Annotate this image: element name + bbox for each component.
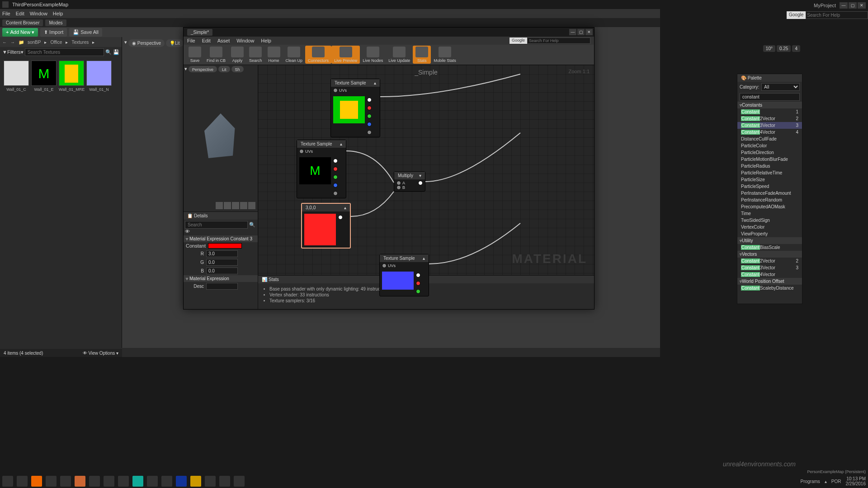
filter-button[interactable]: ▼Filters▾	[2, 49, 24, 55]
palette-item[interactable]: PrecomputedAOMask	[737, 203, 802, 210]
preview-lit[interactable]: Lit	[218, 66, 230, 72]
photoshop-icon[interactable]	[176, 476, 187, 487]
nav-back-icon[interactable]: ←	[2, 40, 7, 45]
shape-sphere-icon[interactable]	[224, 202, 231, 209]
palette-search-input[interactable]	[740, 93, 800, 101]
palette-section[interactable]: ▿Vectors	[737, 251, 802, 258]
asset-thumb[interactable]: MWall_01_E	[31, 61, 57, 92]
palette-item[interactable]: ViewProperty	[737, 230, 802, 237]
palette-item[interactable]: ParticleMotionBlurFade	[737, 156, 802, 163]
scale-snap[interactable]: 0.25	[777, 45, 791, 52]
palette-item[interactable]: Constant2Vector2	[737, 258, 802, 264]
add-new-button[interactable]: + Add New ▾	[2, 28, 38, 37]
shape-plane-icon[interactable]	[232, 202, 239, 209]
palette-item[interactable]: ParticleDirection	[737, 149, 802, 156]
node-multiply[interactable]: Multiply▾ A B	[394, 171, 425, 192]
mat-menu-help[interactable]: Help	[261, 38, 271, 43]
app-icon[interactable]	[219, 476, 230, 487]
programs-label[interactable]: Programs	[800, 479, 820, 484]
palette-item[interactable]: PerInstanceRandom	[737, 197, 802, 203]
clock-date[interactable]: 2/29/2016	[846, 481, 866, 486]
import-button[interactable]: ⬆ Import	[40, 28, 67, 37]
collapse-icon[interactable]: ▾	[419, 173, 421, 178]
camera-speed[interactable]: 4	[792, 45, 800, 52]
palette-item[interactable]: ParticleSpeed	[737, 183, 802, 190]
lit-button[interactable]: 💡Lit	[166, 39, 184, 47]
palette-item[interactable]: Constant3Vector3	[737, 264, 802, 271]
view-options-button[interactable]: 👁 View Options ▾	[83, 351, 118, 356]
toolbar-search-button[interactable]: Search	[246, 46, 265, 64]
menu-file[interactable]: File	[2, 11, 10, 16]
crumb-3[interactable]: Textures	[71, 40, 89, 45]
lang-indicator[interactable]: POR	[831, 479, 841, 484]
palette-item[interactable]: Constant1	[737, 108, 802, 115]
section-constant3[interactable]: ▿ Material Expression Constant 3	[184, 235, 258, 242]
tab-modes[interactable]: Modes	[45, 19, 66, 26]
toolbar-stats-button[interactable]: Stats	[413, 46, 431, 64]
explorer-icon[interactable]	[104, 476, 114, 487]
toolbar-save-button[interactable]: Save	[186, 46, 204, 64]
r-input[interactable]	[206, 250, 238, 257]
constant-label[interactable]: Constant	[186, 243, 206, 249]
mat-menu-edit[interactable]: Edit	[202, 38, 211, 43]
details-search-input[interactable]	[185, 221, 248, 229]
palette-item[interactable]: Constant4Vector4	[737, 129, 802, 136]
palette-item[interactable]: PerInstanceFadeAmount	[737, 190, 802, 197]
b-input[interactable]	[206, 267, 238, 274]
nav-fwd-icon[interactable]: →	[10, 40, 15, 45]
node-texture-sample-3[interactable]: Texture Sample▴ UVs	[379, 254, 429, 296]
collapse-icon[interactable]: ▴	[344, 205, 346, 210]
palette-item[interactable]: VertexColor	[737, 224, 802, 230]
preview-show[interactable]: Sh	[231, 66, 244, 72]
node-constant3vector[interactable]: 3,0,0▴	[301, 203, 351, 249]
viewport-menu-icon[interactable]: ▾	[124, 39, 127, 47]
palette-item[interactable]: ParticleRadius	[737, 163, 802, 169]
desc-input[interactable]	[206, 283, 238, 290]
mat-help-search[interactable]	[527, 38, 590, 44]
menu-window[interactable]: Window	[30, 11, 47, 16]
app-icon[interactable]	[190, 476, 201, 487]
crumb-2[interactable]: Office	[50, 40, 62, 45]
mat-menu-asset[interactable]: Asset	[217, 38, 230, 43]
app-icon[interactable]	[161, 476, 172, 487]
save-filter-icon[interactable]: 💾	[113, 49, 119, 55]
search-icon[interactable]: 🔍	[105, 49, 112, 55]
toolbar-home-button[interactable]: Home	[265, 46, 283, 64]
collapse-icon[interactable]: ▴	[374, 80, 376, 85]
palette-item[interactable]: ConstantScalebyDistance	[737, 285, 802, 291]
palette-section[interactable]: ▿Constants	[737, 102, 802, 108]
app-icon[interactable]	[118, 476, 129, 487]
palette-item[interactable]: ConstantBiasScale	[737, 244, 802, 251]
collapse-icon[interactable]: ▴	[423, 256, 425, 261]
tray-icon[interactable]: ▴	[825, 479, 827, 484]
mat-google-button[interactable]: Google	[509, 38, 527, 44]
app-icon[interactable]	[147, 476, 158, 487]
mat-close-icon[interactable]: ✕	[585, 29, 593, 35]
palette-item[interactable]: Constant2Vector2	[737, 115, 802, 122]
shape-cylinder-icon[interactable]	[216, 202, 223, 209]
toolbar-live-preview-button[interactable]: Live Preview	[331, 46, 360, 64]
details-header[interactable]: 📋 Details	[184, 212, 258, 220]
palette-section[interactable]: ▿Utility	[737, 237, 802, 244]
maximize-icon[interactable]: ▢	[849, 2, 857, 9]
rotation-snap[interactable]: 10°	[763, 45, 775, 52]
epic-icon[interactable]	[60, 476, 71, 487]
palette-item[interactable]: ParticleSize	[737, 176, 802, 183]
palette-item[interactable]: Constant3Vector3	[737, 122, 802, 129]
mat-tab[interactable]: _Simple*	[187, 29, 212, 36]
toolbar-live-nodes-button[interactable]: Live Nodes	[360, 46, 386, 64]
tab-content-browser[interactable]: Content Browser	[2, 19, 43, 26]
close-icon[interactable]: ✕	[858, 2, 866, 9]
material-graph[interactable]: _Simple Zoom 1:1 MATERIAL Texture Sample…	[258, 65, 594, 275]
save-all-button[interactable]: 💾 Save All	[69, 28, 102, 37]
perspective-button[interactable]: ◉ Perspective	[128, 39, 165, 47]
chrome-icon[interactable]	[46, 476, 57, 487]
app-icon[interactable]	[89, 476, 100, 487]
category-select[interactable]: All	[761, 83, 800, 91]
menu-edit[interactable]: Edit	[16, 11, 24, 16]
palette-header[interactable]: 🎨 Palette	[737, 74, 802, 82]
collapse-icon[interactable]: ▴	[340, 141, 342, 146]
toolbar-apply-button[interactable]: Apply	[228, 46, 246, 64]
start-icon[interactable]	[2, 476, 13, 487]
mat-maximize-icon[interactable]: ▢	[577, 29, 585, 35]
